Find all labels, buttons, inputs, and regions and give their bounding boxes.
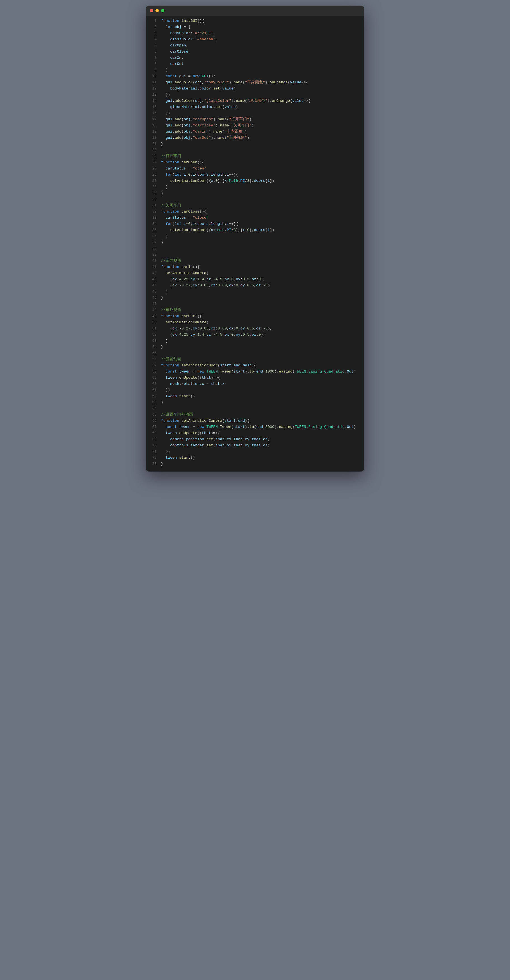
code-line: 2 let obj = { — [146, 24, 364, 30]
code-line: 16 }) — [146, 110, 364, 116]
code-line: 24function carOpen(){ — [146, 159, 364, 165]
code-line: 23//打开车门 — [146, 153, 364, 159]
code-line: 47 — [146, 301, 364, 307]
code-line: 73} — [146, 461, 364, 467]
code-line: 43 {cx:4.25,cy:1.4,cz:-4.5,ox:0,oy:0.5,o… — [146, 276, 364, 283]
code-line: 60 mesh.rotation.x = that.x — [146, 381, 364, 387]
code-line: 9 } — [146, 67, 364, 73]
code-line: 35 setAnimationDoor({x:Math.PI/3},{x:0},… — [146, 227, 364, 233]
code-line: 71 }) — [146, 449, 364, 455]
code-line: 42 setAnimationCamera( — [146, 270, 364, 276]
code-line: 13 }) — [146, 92, 364, 98]
code-line: 14 gui.addColor(obj,"glassColor").name("… — [146, 98, 364, 104]
code-line: 25 carStatus = "open" — [146, 165, 364, 172]
code-line: 68 tween.onUpdate((that)=>{ — [146, 430, 364, 436]
code-line: 6 carClose, — [146, 49, 364, 55]
code-line: 40//车内视角 — [146, 258, 364, 264]
code-line: 30 — [146, 196, 364, 202]
code-line: 61 }) — [146, 387, 364, 393]
code-line: 63} — [146, 399, 364, 406]
code-line: 1function initGUI(){ — [146, 18, 364, 24]
code-line: 64 — [146, 406, 364, 412]
code-line: 19 gui.add(obj,"carIn").name("车内视角") — [146, 129, 364, 135]
code-line: 56//设置动画 — [146, 356, 364, 363]
code-line: 31//关闭车门 — [146, 202, 364, 208]
code-line: 28 } — [146, 184, 364, 190]
code-line: 36 } — [146, 233, 364, 239]
code-line: 51 {cx:-0.27,cy:0.83,cz:0.60,ox:0,oy:0.5… — [146, 326, 364, 332]
code-line: 33 carStatus = "close" — [146, 215, 364, 221]
code-line: 17 gui.add(obj,"carOpen").name("打开车门") — [146, 116, 364, 123]
code-line: 20 gui.add(obj,"carOut").name("车外视角") — [146, 135, 364, 141]
code-line: 37} — [146, 239, 364, 245]
close-button[interactable] — [150, 9, 153, 12]
code-line: 26 for(let i=0;i<doors.length;i++){ — [146, 172, 364, 178]
code-line: 62 tween.start() — [146, 393, 364, 399]
code-line: 59 tween.onUpdate((that)=>{ — [146, 375, 364, 381]
code-line: 66function setAnimationCamera(start,end)… — [146, 418, 364, 424]
code-line: 21} — [146, 141, 364, 147]
code-line: 10 const gui = new GUI(); — [146, 73, 364, 80]
code-line: 7 carIn, — [146, 55, 364, 61]
code-line: 44 {cx:-0.27,cy:0.83,cz:0.60,ox:0,oy:0.5… — [146, 283, 364, 289]
code-line: 5 carOpen, — [146, 43, 364, 49]
code-line: 57function setAnimationDoor(start,end,me… — [146, 363, 364, 369]
title-bar — [146, 6, 364, 16]
code-line: 49function carOut(){ — [146, 313, 364, 320]
code-editor-window: 1function initGUI(){ 2 let obj = { 3 bod… — [146, 6, 364, 471]
code-line: 65//设置车内外动画 — [146, 412, 364, 418]
code-line: 41function carIn(){ — [146, 264, 364, 270]
code-line: 50 setAnimationCamera( — [146, 320, 364, 326]
code-line: 8 carOut — [146, 61, 364, 67]
code-line: 46} — [146, 295, 364, 301]
code-line: 54} — [146, 344, 364, 350]
code-line: 55 — [146, 350, 364, 356]
code-line: 4 glassColor:'#aaaaaa', — [146, 37, 364, 43]
code-line: 15 glassMaterial.color.set(value) — [146, 104, 364, 110]
code-line: 22 — [146, 147, 364, 153]
code-line: 45 ) — [146, 289, 364, 295]
code-line: 39 — [146, 252, 364, 258]
code-line: 52 {cx:4.25,cy:1.4,cz:-4.5,ox:0,oy:0.5,o… — [146, 332, 364, 338]
code-line: 29} — [146, 190, 364, 196]
code-line: 12 bodyMaterial.color.set(value) — [146, 86, 364, 92]
code-line: 32function carClose(){ — [146, 208, 364, 215]
maximize-button[interactable] — [161, 9, 164, 12]
code-line: 72 tween.start() — [146, 455, 364, 461]
code-line: 69 camera.position.set(that.cx,that.cy,t… — [146, 436, 364, 442]
code-line: 11 gui.addColor(obj,"bodyColor").name("车… — [146, 80, 364, 86]
code-line: 38 — [146, 245, 364, 252]
code-line: 58 const tween = new TWEEN.Tween(start).… — [146, 369, 364, 375]
code-line: 48//车外视角 — [146, 307, 364, 313]
code-line: 27 setAnimationDoor({x:0},{x:Math.PI/3},… — [146, 178, 364, 184]
code-line: 70 controls.target.set(that.ox,that.oy,t… — [146, 442, 364, 449]
code-line: 34 for(let i=0;i<doors.length;i++){ — [146, 221, 364, 227]
code-area: 1function initGUI(){ 2 let obj = { 3 bod… — [146, 16, 364, 471]
code-line: 3 bodyColor:'#6e2121', — [146, 30, 364, 37]
minimize-button[interactable] — [156, 9, 159, 12]
code-line: 67 const tween = new TWEEN.Tween(start).… — [146, 424, 364, 430]
code-line: 53 ) — [146, 338, 364, 344]
code-line: 18 gui.add(obj,"carClose").name("关闭车门") — [146, 123, 364, 129]
